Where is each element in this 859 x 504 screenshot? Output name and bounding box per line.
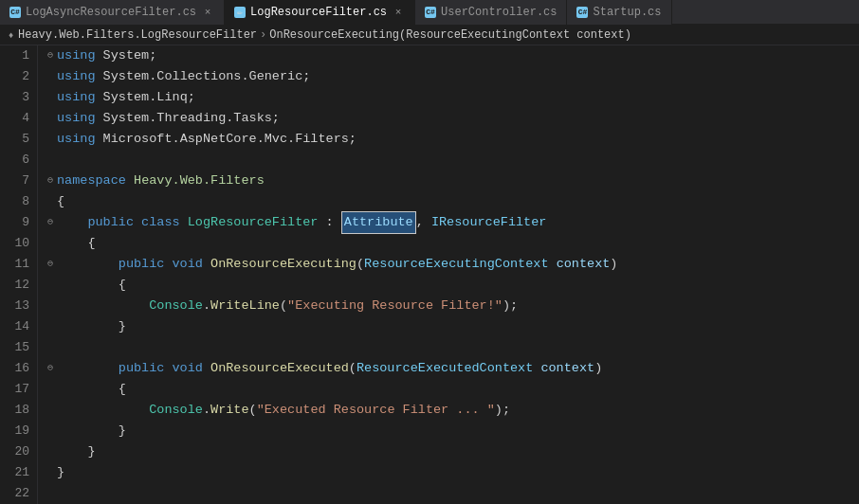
app-container: C# LogAsyncResourceFilter.cs × LogResour… [0,0,859,504]
ln13: 13 [8,296,29,316]
code-line-9: ⊖ public class LogResourceFilter : Attri… [44,212,859,233]
code-line-2: ⊖ using System.Collections.Generic; [44,66,859,87]
code-line-12: ⊖ { [44,275,859,296]
kw-public-class: public class [87,212,187,233]
code-line-5: ⊖ using Microsoft.AspNetCore.Mvc.Filters… [44,129,859,150]
string-1: "Executing Resource Filter!" [287,296,503,316]
ln15: 15 [8,337,29,358]
tab-icon-1: C# [9,7,21,18]
tab-bar: C# LogAsyncResourceFilter.cs × LogResour… [0,0,859,25]
code-line-20: ⊖ } [44,441,859,462]
code-line-13: ⊖ Console.WriteLine("Executing Resource … [44,296,859,316]
ln5: 5 [8,129,29,150]
method-onexecuting: OnResourceExecuting [210,254,356,275]
param-type-2: ResourceExecutedContext [356,358,533,379]
code-line-11: ⊖ public void OnResourceExecuting(Resour… [44,254,859,275]
code-line-6: ⊖ [44,150,859,171]
ln9: 9 [8,212,29,233]
ln12: 12 [8,275,29,296]
attribute-highlight: Attribute [341,211,416,234]
code-container: 1 2 3 4 5 6 7 8 9 10 11 12 13 14 15 16 1… [0,45,859,504]
ln8: 8 [8,191,29,212]
ln20: 20 [8,441,29,462]
breadcrumb-method: OnResourceExecuting(ResourceExecutingCon… [269,28,631,42]
tab-label-4: Startup.cs [593,6,661,19]
code-line-10: ⊖ { [44,233,859,254]
code-line-3: ⊖ using System.Linq; [44,87,859,108]
console-2: Console [149,400,203,421]
interface-name: IResourceFilter [431,212,547,233]
collapse-1[interactable]: ⊖ [44,45,57,66]
ln3: 3 [8,87,29,108]
kw-public-void-2: public void [119,358,210,379]
kw-using-3: using [57,87,96,108]
tab-startup[interactable]: C# Startup.cs [567,0,671,25]
collapse-7[interactable]: ⊖ [44,171,57,191]
param-context-2: context [540,358,594,379]
ln11: 11 [8,254,29,275]
ln2: 2 [8,66,29,87]
collapse-2: ⊖ [44,66,57,87]
collapse-5: ⊖ [44,129,57,150]
code-line-8: ⊖ { [44,191,859,212]
code-line-16: ⊖ public void OnResourceExecuted(Resourc… [44,358,859,379]
tab-close-1[interactable]: × [201,6,214,19]
code-line-17: ⊖ { [44,379,859,400]
collapse-4: ⊖ [44,108,57,129]
code-line-7: ⊖ namespace Heavy.Web.Filters [44,171,859,191]
breadcrumb-bar: ⬧ Heavy.Web.Filters.LogResourceFilter › … [0,25,859,45]
collapse-11[interactable]: ⊖ [44,254,57,275]
breadcrumb-path: Heavy.Web.Filters.LogResourceFilter [18,28,257,42]
ns-name: Heavy.Web.Filters [134,171,265,191]
console-1: Console [149,296,203,316]
ln14: 14 [8,316,29,337]
ln6: 6 [8,150,29,171]
code-line-22: ⊖ [44,483,859,504]
param-type-1: ResourceExecutingContext [364,254,548,275]
code-line-1: ⊖ using System; [44,45,859,66]
tab-close-2[interactable]: × [392,6,405,19]
ln19: 19 [8,421,29,441]
tab-label-2: LogResourceFilter.cs [250,6,387,19]
tab-logresource[interactable]: LogResourceFilter.cs × [225,0,415,25]
tab-icon-4: C# [576,7,588,18]
tab-icon-3: C# [425,7,436,18]
line-numbers: 1 2 3 4 5 6 7 8 9 10 11 12 13 14 15 16 1… [0,45,38,504]
code-line-15: ⊖ [44,337,859,358]
code-line-18: ⊖ Console.Write("Executed Resource Filte… [44,400,859,421]
ln4: 4 [8,108,29,129]
ln21: 21 [8,462,29,483]
ln16: 16 [8,358,29,379]
ln10: 10 [8,233,29,254]
kw-using-4: using [57,108,96,129]
kw-namespace: namespace [57,171,126,191]
code-lines: ⊖ using System; ⊖ using System.Collectio… [38,45,859,504]
writeline-1: WriteLine [210,296,280,316]
kw-using-2: using [57,66,96,87]
code-editor[interactable]: 1 2 3 4 5 6 7 8 9 10 11 12 13 14 15 16 1… [0,45,859,504]
code-line-14: ⊖ } [44,316,859,337]
string-2: "Executed Resource Filter ... " [257,400,495,421]
tab-usercontroller[interactable]: C# UserController.cs [415,0,567,25]
ln1: 1 [8,45,29,66]
collapse-16[interactable]: ⊖ [44,358,57,379]
tab-logasync[interactable]: C# LogAsyncResourceFilter.cs × [0,0,225,25]
write-1: Write [210,400,249,421]
ln17: 17 [8,379,29,400]
kw-using-1: using [57,45,96,66]
ln22: 22 [8,483,29,504]
collapse-3: ⊖ [44,87,57,108]
code-line-19: ⊖ } [44,421,859,441]
collapse-9[interactable]: ⊖ [44,212,57,233]
tab-label-1: LogAsyncResourceFilter.cs [26,6,196,19]
breadcrumb-sep: › [260,28,266,42]
method-onexecuted: OnResourceExecuted [210,358,349,379]
tab-label-3: UserController.cs [441,6,557,19]
tab-icon-2 [234,7,246,18]
code-line-4: ⊖ using System.Threading.Tasks; [44,108,859,129]
ln18: 18 [8,400,29,421]
param-context-1: context [557,254,611,275]
kw-public-void-1: public void [119,254,210,275]
kw-using-5: using [57,129,96,150]
code-line-21: ⊖ } [44,462,859,483]
